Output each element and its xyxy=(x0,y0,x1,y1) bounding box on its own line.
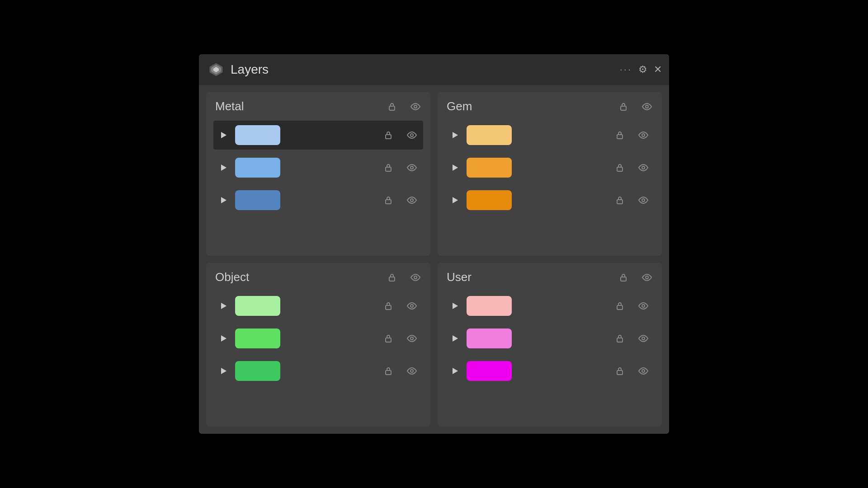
row-icons-user-0 xyxy=(615,300,649,312)
lock-icon[interactable] xyxy=(618,102,628,112)
play-icon[interactable] xyxy=(219,131,228,140)
play-icon[interactable] xyxy=(450,163,459,172)
play-icon[interactable] xyxy=(219,163,228,172)
color-swatch-gem-0[interactable] xyxy=(467,125,512,145)
eye-icon[interactable] xyxy=(641,272,653,283)
eye-icon[interactable] xyxy=(637,300,649,312)
lock-icon[interactable] xyxy=(383,130,393,140)
svg-point-13 xyxy=(410,199,413,202)
eye-icon[interactable] xyxy=(406,365,418,377)
layer-row-gem-0[interactable] xyxy=(445,121,655,150)
svg-point-10 xyxy=(410,166,413,169)
color-swatch-metal-2[interactable] xyxy=(235,190,280,210)
lock-icon[interactable] xyxy=(615,163,625,173)
svg-rect-31 xyxy=(386,338,391,342)
panel-title-user: User xyxy=(447,270,618,284)
lock-icon[interactable] xyxy=(615,366,625,376)
eye-icon[interactable] xyxy=(406,129,418,141)
panel-gem: Gem xyxy=(438,92,662,256)
lock-icon[interactable] xyxy=(618,272,628,282)
play-icon[interactable] xyxy=(219,196,228,205)
svg-marker-19 xyxy=(453,164,458,171)
color-swatch-object-1[interactable] xyxy=(235,328,280,348)
panel-user: User xyxy=(438,263,662,427)
eye-icon[interactable] xyxy=(637,129,649,141)
eye-icon[interactable] xyxy=(410,101,421,113)
eye-icon[interactable] xyxy=(637,365,649,377)
layer-row-metal-0[interactable] xyxy=(213,121,423,150)
title-bar-controls: ··· ⚙ ✕ xyxy=(620,64,662,75)
eye-icon[interactable] xyxy=(406,300,418,312)
panel-header-icons-gem xyxy=(618,101,653,113)
lock-icon[interactable] xyxy=(615,333,625,343)
play-icon[interactable] xyxy=(450,334,459,343)
panel-title-metal: Metal xyxy=(215,99,387,113)
color-swatch-user-1[interactable] xyxy=(467,328,512,348)
eye-icon[interactable] xyxy=(641,101,653,113)
eye-icon[interactable] xyxy=(406,333,418,344)
color-swatch-object-0[interactable] xyxy=(235,296,280,316)
eye-icon[interactable] xyxy=(406,162,418,174)
svg-rect-25 xyxy=(389,277,395,281)
eye-icon[interactable] xyxy=(637,333,649,344)
svg-point-35 xyxy=(410,370,413,372)
play-icon[interactable] xyxy=(450,196,459,205)
play-icon[interactable] xyxy=(450,366,459,375)
layer-row-user-2[interactable] xyxy=(445,357,655,385)
lock-icon[interactable] xyxy=(387,272,397,282)
layer-row-metal-2[interactable] xyxy=(213,186,423,215)
svg-point-32 xyxy=(410,337,413,340)
row-icons-metal-2 xyxy=(383,194,418,206)
lock-icon[interactable] xyxy=(383,195,393,205)
color-swatch-gem-2[interactable] xyxy=(467,190,512,210)
settings-icon[interactable]: ⚙ xyxy=(638,64,647,75)
eye-icon[interactable] xyxy=(637,194,649,206)
lock-icon[interactable] xyxy=(387,102,397,112)
svg-marker-41 xyxy=(453,335,458,342)
layer-row-object-0[interactable] xyxy=(213,291,423,320)
svg-rect-23 xyxy=(617,200,623,204)
eye-icon[interactable] xyxy=(406,194,418,206)
more-options-icon[interactable]: ··· xyxy=(620,64,632,75)
app-window: Layers ··· ⚙ ✕ Metal Gem xyxy=(199,54,669,434)
play-icon[interactable] xyxy=(219,366,228,375)
layer-row-gem-2[interactable] xyxy=(445,186,655,215)
lock-icon[interactable] xyxy=(383,366,393,376)
color-swatch-gem-1[interactable] xyxy=(467,158,512,178)
color-swatch-object-2[interactable] xyxy=(235,361,280,381)
lock-icon[interactable] xyxy=(615,130,625,140)
lock-icon[interactable] xyxy=(615,301,625,311)
row-icons-user-1 xyxy=(615,333,649,344)
color-swatch-metal-0[interactable] xyxy=(235,125,280,145)
row-icons-gem-0 xyxy=(615,129,649,141)
layer-row-user-1[interactable] xyxy=(445,324,655,353)
svg-point-18 xyxy=(642,134,645,136)
lock-icon[interactable] xyxy=(383,163,393,173)
layer-row-metal-1[interactable] xyxy=(213,153,423,182)
lock-icon[interactable] xyxy=(383,333,393,343)
layer-row-gem-1[interactable] xyxy=(445,153,655,182)
play-icon[interactable] xyxy=(450,131,459,140)
play-icon[interactable] xyxy=(219,334,228,343)
panel-header-icons-metal xyxy=(387,101,421,113)
lock-icon[interactable] xyxy=(383,301,393,311)
layer-row-object-1[interactable] xyxy=(213,324,423,353)
color-swatch-metal-1[interactable] xyxy=(235,158,280,178)
svg-rect-42 xyxy=(617,338,623,342)
layer-row-user-0[interactable] xyxy=(445,291,655,320)
play-icon[interactable] xyxy=(219,301,228,310)
color-swatch-user-0[interactable] xyxy=(467,296,512,316)
svg-marker-11 xyxy=(221,197,226,203)
eye-icon[interactable] xyxy=(637,162,649,174)
row-icons-object-2 xyxy=(383,365,418,377)
row-icons-object-0 xyxy=(383,300,418,312)
play-icon[interactable] xyxy=(450,301,459,310)
svg-rect-6 xyxy=(386,135,391,139)
layer-row-object-2[interactable] xyxy=(213,357,423,385)
eye-icon[interactable] xyxy=(410,272,421,283)
color-swatch-user-2[interactable] xyxy=(467,361,512,381)
close-icon[interactable]: ✕ xyxy=(654,64,662,75)
lock-icon[interactable] xyxy=(615,195,625,205)
window-title: Layers xyxy=(231,62,269,77)
svg-marker-8 xyxy=(221,164,226,171)
